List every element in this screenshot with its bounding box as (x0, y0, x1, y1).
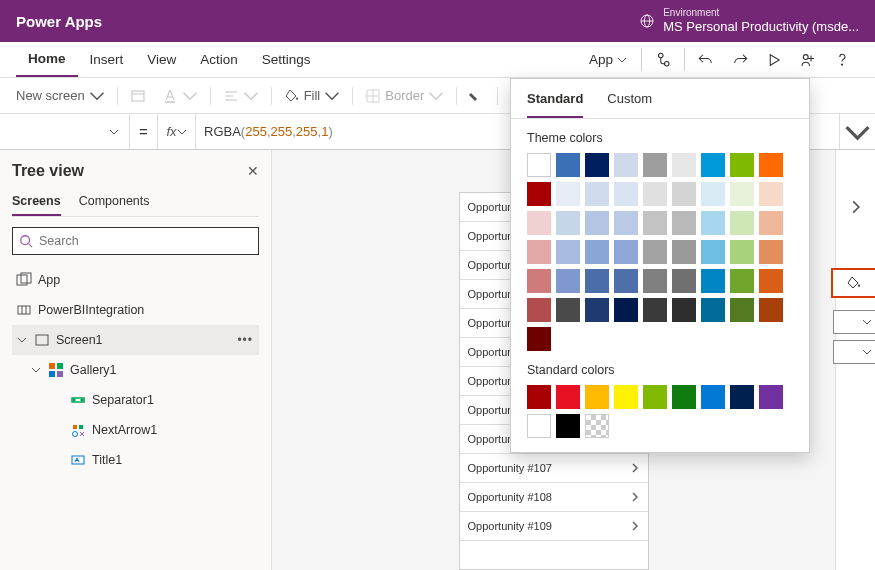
color-swatch[interactable] (672, 211, 696, 235)
tab-view[interactable]: View (135, 42, 188, 77)
font-color-button[interactable] (154, 78, 206, 113)
undo-icon[interactable] (689, 42, 723, 77)
color-swatch[interactable] (759, 298, 783, 322)
color-swatch[interactable] (643, 153, 667, 177)
color-swatch[interactable] (759, 211, 783, 235)
tree-node-powerbi[interactable]: PowerBIIntegration (12, 295, 259, 325)
color-swatch[interactable] (614, 298, 638, 322)
share-icon[interactable] (791, 42, 825, 77)
color-swatch[interactable] (614, 240, 638, 264)
color-swatch[interactable] (701, 269, 725, 293)
color-swatch[interactable] (643, 240, 667, 264)
color-swatch[interactable] (759, 240, 783, 264)
color-swatch[interactable] (527, 414, 551, 438)
color-swatch[interactable] (701, 298, 725, 322)
color-swatch[interactable] (527, 269, 551, 293)
color-swatch[interactable] (672, 153, 696, 177)
color-swatch[interactable] (556, 211, 580, 235)
tree-node-gallery1[interactable]: Gallery1 (12, 355, 259, 385)
color-swatch[interactable] (643, 182, 667, 206)
color-swatch[interactable] (585, 211, 609, 235)
help-icon[interactable] (825, 42, 859, 77)
color-swatch[interactable] (527, 211, 551, 235)
tree-node-screen1[interactable]: Screen1 ••• (12, 325, 259, 355)
chevron-right-icon[interactable] (838, 192, 874, 222)
color-swatch[interactable] (643, 211, 667, 235)
tab-components[interactable]: Components (79, 194, 150, 216)
gallery-row[interactable]: Opportunity #109 (460, 512, 648, 541)
chevron-down-icon[interactable] (16, 335, 28, 345)
color-swatch[interactable] (730, 153, 754, 177)
color-swatch[interactable] (614, 182, 638, 206)
color-swatch[interactable] (701, 240, 725, 264)
rail-dropdown-1[interactable] (833, 310, 875, 334)
color-swatch[interactable] (556, 298, 580, 322)
color-swatch[interactable] (759, 385, 783, 409)
property-dropdown[interactable] (0, 114, 130, 149)
color-swatch[interactable] (730, 182, 754, 206)
color-swatch[interactable] (701, 153, 725, 177)
color-swatch[interactable] (672, 182, 696, 206)
expand-formula-icon[interactable] (839, 114, 875, 149)
gallery-row[interactable]: Opportunity #107 (460, 454, 648, 483)
color-swatch[interactable] (527, 327, 551, 351)
color-swatch[interactable] (614, 153, 638, 177)
color-swatch[interactable] (527, 298, 551, 322)
new-screen-button[interactable]: New screen (8, 78, 113, 113)
border-button[interactable]: Border (357, 78, 452, 113)
tree-node-nextarrow1[interactable]: NextArrow1 (12, 415, 259, 445)
color-swatch[interactable] (701, 385, 725, 409)
color-swatch[interactable] (585, 182, 609, 206)
color-swatch[interactable] (730, 298, 754, 322)
chevron-down-icon[interactable] (30, 365, 42, 375)
fill-button[interactable]: Fill (276, 78, 349, 113)
color-swatch[interactable] (556, 385, 580, 409)
tree-node-title1[interactable]: Title1 (12, 445, 259, 475)
color-swatch[interactable] (730, 269, 754, 293)
color-swatch[interactable] (701, 182, 725, 206)
tree-search[interactable] (12, 227, 259, 255)
tab-settings[interactable]: Settings (250, 42, 323, 77)
color-swatch[interactable] (672, 298, 696, 322)
color-swatch[interactable] (701, 211, 725, 235)
fx-button[interactable]: fx (158, 114, 196, 149)
gallery-row[interactable]: Opportunity #108 (460, 483, 648, 512)
app-dropdown[interactable]: App (579, 42, 637, 77)
color-swatch[interactable] (730, 240, 754, 264)
tab-screens[interactable]: Screens (12, 194, 61, 216)
color-swatch[interactable] (556, 153, 580, 177)
search-input[interactable] (39, 234, 252, 248)
color-swatch[interactable] (643, 269, 667, 293)
color-swatch[interactable] (759, 182, 783, 206)
rail-dropdown-2[interactable] (833, 340, 875, 364)
color-swatch[interactable] (759, 269, 783, 293)
color-swatch[interactable] (614, 211, 638, 235)
tab-home[interactable]: Home (16, 42, 78, 77)
color-swatch[interactable] (672, 269, 696, 293)
color-swatch[interactable] (556, 240, 580, 264)
redo-icon[interactable] (723, 42, 757, 77)
more-icon[interactable]: ••• (237, 333, 259, 347)
color-swatch[interactable] (556, 269, 580, 293)
color-swatch[interactable] (730, 385, 754, 409)
colorpicker-tab-standard[interactable]: Standard (527, 79, 583, 118)
color-swatch[interactable] (556, 182, 580, 206)
color-swatch[interactable] (585, 298, 609, 322)
environment-selector[interactable]: Environment MS Personal Productivity (ms… (639, 7, 859, 35)
tab-action[interactable]: Action (188, 42, 250, 77)
color-swatch[interactable] (643, 298, 667, 322)
color-swatch[interactable] (585, 269, 609, 293)
transparent-swatch[interactable] (585, 414, 609, 438)
color-swatch[interactable] (527, 240, 551, 264)
play-icon[interactable] (757, 42, 791, 77)
color-swatch[interactable] (614, 269, 638, 293)
app-checker-icon[interactable] (646, 42, 680, 77)
color-swatch[interactable] (585, 153, 609, 177)
color-swatch[interactable] (672, 385, 696, 409)
close-icon[interactable]: ✕ (247, 163, 259, 179)
color-swatch[interactable] (730, 211, 754, 235)
color-swatch[interactable] (672, 240, 696, 264)
theme-button[interactable] (122, 78, 154, 113)
color-swatch[interactable] (527, 182, 551, 206)
color-swatch[interactable] (527, 153, 551, 177)
